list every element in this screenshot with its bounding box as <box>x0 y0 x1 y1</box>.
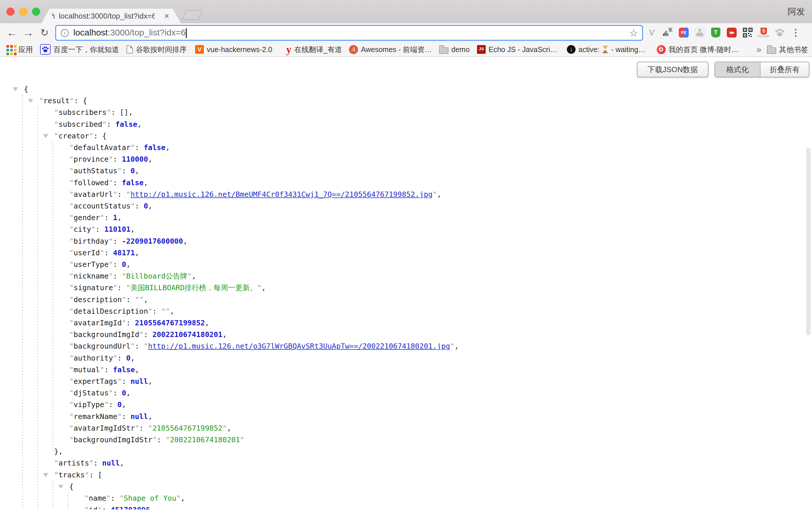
json-token: 0 <box>130 167 135 175</box>
json-token: : <box>122 377 130 386</box>
url-input[interactable]: i localhost:3000/top_list?idx=6 ☆ <box>55 25 643 41</box>
reload-button[interactable]: ↻ <box>37 24 52 41</box>
json-token: " <box>69 377 74 386</box>
bookmark-label: demo <box>452 46 470 54</box>
json-token: " <box>139 330 144 339</box>
json-token: , <box>130 354 135 362</box>
browser-toolbar: ← → ↻ i localhost:3000/top_list?idx=6 ☆ … <box>0 23 812 42</box>
json-token: " <box>69 249 74 257</box>
url-path: :3000/top_list?idx=6 <box>108 28 185 37</box>
json-token: " <box>148 307 152 316</box>
collapse-toggle-icon[interactable] <box>58 485 63 489</box>
browser-tab[interactable]: localhost:3000/top_list?idx=6 × <box>41 9 181 23</box>
bookmark-item-echojs[interactable]: JS Echo JS - JavaScri… <box>477 42 557 56</box>
bookmark-item-apps[interactable]: 应用 <box>6 42 33 56</box>
bookmark-item-vue-hackernews[interactable]: V vue-hackernews-2.0 <box>195 42 272 56</box>
json-token: , <box>148 155 152 163</box>
json-link[interactable]: http://p1.music.126.net/BmeUMF4Cr0f3431C… <box>130 190 433 199</box>
fe-helper-icon[interactable]: FE <box>679 27 689 38</box>
bookmark-item-youdao[interactable]: y 在线翻译_有道 <box>286 42 342 56</box>
collapse-toggle-icon[interactable] <box>13 87 18 91</box>
json-token: " <box>257 283 261 292</box>
json-token: " <box>100 249 104 257</box>
json-token: birthday <box>74 237 109 245</box>
json-token: remarkName <box>74 412 117 421</box>
bookmark-item-awesomes[interactable]: A Awesomes - 前端资… <box>349 42 432 56</box>
json-token: , <box>120 459 124 467</box>
bookmark-label: - waiting… <box>611 46 645 54</box>
json-token: 美国BILLBOARD排行榜，每周一更新。 <box>130 283 257 292</box>
json-token: : <box>126 319 135 327</box>
json-token: artists <box>58 459 89 467</box>
hourglass-icon <box>602 46 608 53</box>
vue-devtools-icon[interactable]: V <box>647 27 657 38</box>
minimize-window-button[interactable] <box>19 7 27 16</box>
json-token: backgroundImgIdStr <box>74 436 152 444</box>
json-line: "userId": 48171, <box>0 247 812 259</box>
json-token: signature <box>74 283 113 292</box>
json-token: : <box>139 424 148 432</box>
collapse-toggle-icon[interactable] <box>43 134 48 138</box>
json-token: " <box>126 283 130 292</box>
json-token: " <box>69 436 74 444</box>
json-token: " <box>113 283 117 292</box>
collapse-toggle-icon[interactable] <box>28 99 33 103</box>
json-token: " <box>113 354 117 362</box>
json-token: expertTags <box>74 377 117 386</box>
json-token: subscribed <box>58 120 103 128</box>
window-titlebar: localhost:3000/top_list?idx=6 × 阿发 <box>0 0 812 23</box>
vertical-scrollbar[interactable] <box>806 148 811 335</box>
tampermonkey-icon[interactable]: T <box>711 27 721 38</box>
close-window-button[interactable] <box>6 7 14 16</box>
json-token: " <box>113 190 117 199</box>
bookmark-item-baidu[interactable]: 百度一下，你就知道 <box>40 42 119 56</box>
bookmark-label: vue-hackernews-2.0 <box>207 46 272 54</box>
tab-close-icon[interactable]: × <box>164 11 169 21</box>
paw-icon[interactable] <box>775 27 785 38</box>
zoom-window-button[interactable] <box>32 7 40 16</box>
new-tab-button[interactable] <box>182 10 203 20</box>
bookmark-item-demo[interactable]: demo <box>439 42 470 56</box>
json-token: 2002210674180201 <box>152 330 223 339</box>
json-token: , <box>148 377 152 386</box>
translate-icon[interactable]: 英 ⇄ en <box>663 27 673 38</box>
json-token: : <box>104 249 113 257</box>
bookmark-item-active[interactable]: ↓ active: - waiting… <box>567 42 645 56</box>
page-favicon-icon <box>54 13 55 19</box>
json-token: accountStatus <box>74 202 130 210</box>
browser-menu-icon[interactable]: ⋮ <box>791 27 801 38</box>
page-info-icon[interactable]: i <box>61 29 69 37</box>
forward-button[interactable]: → <box>21 24 35 41</box>
json-token: " <box>106 494 111 503</box>
json-token: " <box>109 155 113 163</box>
bookmarks-overflow-chevron[interactable]: » <box>756 42 761 56</box>
json-token: avatarUrl <box>74 190 113 199</box>
video-forward-icon[interactable]: ▶▶ <box>727 27 737 38</box>
json-token: , <box>126 389 130 397</box>
back-button[interactable]: ← <box>5 24 19 41</box>
qr-code-icon[interactable] <box>743 27 753 38</box>
sitemap-icon[interactable] <box>695 27 705 38</box>
html5-player-icon[interactable]: 5 PLAYER <box>759 27 768 38</box>
bookmark-label: 应用 <box>18 45 33 54</box>
other-bookmarks[interactable]: 其他书签 <box>767 42 808 56</box>
json-line: "authority": 0, <box>0 352 812 364</box>
collapse-toggle-icon[interactable] <box>43 473 48 477</box>
json-token: " <box>69 342 74 350</box>
bookmark-star-icon[interactable]: ☆ <box>629 27 638 39</box>
json-link[interactable]: http://p1.music.126.net/o3G7lWrGBQAvSRt3… <box>148 342 450 350</box>
json-token: " <box>135 424 139 432</box>
json-token: " <box>117 412 122 421</box>
json-token: null <box>130 377 148 386</box>
json-token: 110000 <box>122 155 148 163</box>
json-token: " <box>85 471 89 479</box>
json-token: " <box>69 272 74 280</box>
json-token: " <box>119 494 124 503</box>
bookmark-item-weibo[interactable]: 我的首页 微博-随时… <box>657 42 738 56</box>
profile-name[interactable]: 阿发 <box>788 6 805 18</box>
json-token: subscribers <box>58 108 107 117</box>
bookmark-item-google-sort[interactable]: 谷歌按时间排序 <box>126 42 187 56</box>
json-line: "artists": null, <box>0 457 812 469</box>
json-line: "mutual": false, <box>0 364 812 376</box>
json-token: : { <box>93 132 107 140</box>
